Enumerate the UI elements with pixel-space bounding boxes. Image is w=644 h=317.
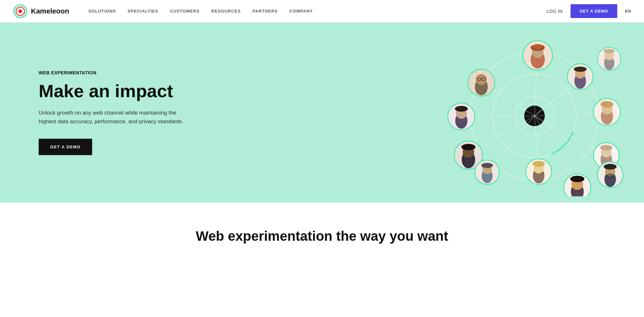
bottom-title: Web experimentation the way you want — [13, 228, 631, 244]
login-link[interactable]: LOG IN — [546, 9, 563, 14]
hero-section: WEB EXPERIMENTATION Make an impact Unloc… — [0, 23, 644, 203]
hero-graphic — [418, 29, 644, 196]
get-demo-button-hero[interactable]: GET A DEMO — [39, 139, 92, 155]
nav-right: LOG IN GET A DEMO EN — [546, 4, 631, 18]
svg-point-38 — [574, 67, 587, 72]
svg-point-71 — [606, 173, 614, 178]
svg-point-6 — [19, 10, 21, 12]
nav-link-resources[interactable]: RESOURCES — [211, 9, 241, 14]
network-visualization — [418, 29, 644, 196]
nav-link-specialties[interactable]: SPECIALTIES — [128, 9, 159, 14]
nav-link-solutions[interactable]: SOLUTIONS — [89, 9, 116, 14]
svg-point-66 — [600, 145, 612, 151]
logo-icon — [13, 4, 28, 19]
svg-point-54 — [461, 144, 476, 150]
hero-subtitle: Unlock growth on any web channel while m… — [39, 108, 193, 126]
svg-point-75 — [570, 176, 584, 182]
svg-point-42 — [604, 49, 615, 53]
hero-content: WEB EXPERIMENTATION Make an impact Unloc… — [39, 70, 193, 155]
hero-title: Make an impact — [39, 81, 193, 101]
hero-label: WEB EXPERIMENTATION — [39, 70, 193, 75]
nav-link-company[interactable]: COMPANY — [289, 9, 313, 14]
svg-point-28 — [533, 44, 543, 49]
nav-link-customers[interactable]: CUSTOMERS — [170, 9, 200, 14]
svg-point-58 — [481, 163, 493, 168]
bottom-section: Web experimentation the way you want — [0, 203, 644, 257]
nav-links: SOLUTIONS SPECIALTIES CUSTOMERS RESOURCE… — [89, 9, 546, 14]
get-demo-button-nav[interactable]: GET A DEMO — [571, 4, 617, 18]
svg-point-70 — [604, 164, 617, 170]
logo[interactable]: Kameleoon — [13, 4, 69, 19]
navigation: Kameleoon SOLUTIONS SPECIALTIES CUSTOMER… — [0, 0, 644, 23]
language-selector[interactable]: EN — [625, 9, 631, 14]
nav-link-partners[interactable]: PARTNERS — [252, 9, 278, 14]
svg-point-50 — [601, 101, 613, 107]
svg-point-62 — [533, 161, 545, 167]
svg-point-46 — [455, 106, 468, 112]
svg-point-31 — [476, 74, 487, 85]
logo-text: Kameleoon — [31, 7, 69, 15]
